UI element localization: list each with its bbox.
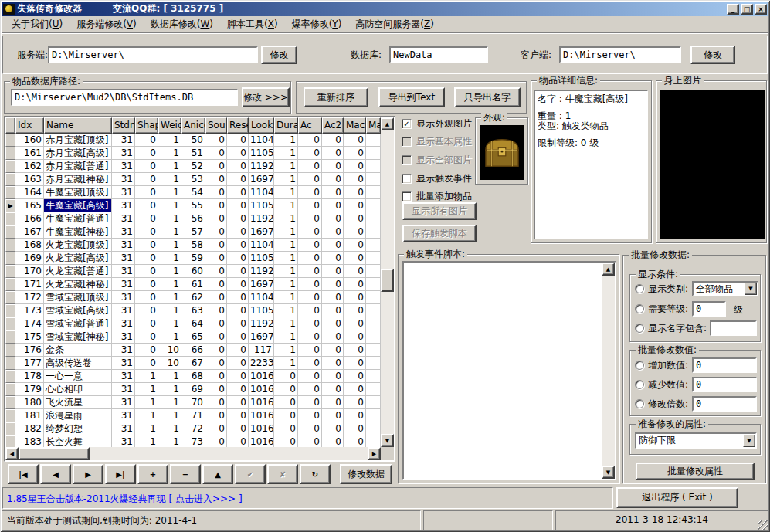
table-row[interactable]: 163赤月宝藏[神秘]3101530016971000 <box>5 173 381 186</box>
sub-value-radio[interactable] <box>635 380 644 389</box>
memo-scroll-down-button[interactable]: ▼ <box>602 466 615 479</box>
data-cell[interactable]: 31 <box>112 304 135 317</box>
data-cell[interactable]: 183 <box>15 435 44 447</box>
data-cell[interactable]: 1 <box>274 278 298 291</box>
data-cell[interactable]: 1104 <box>249 291 274 304</box>
level-input[interactable] <box>692 301 726 317</box>
data-cell[interactable]: 1016 <box>249 409 274 422</box>
save-trigger-script-button[interactable]: 保存触发脚本 <box>402 225 477 242</box>
table-row[interactable]: 169火龙宝藏[高级]3101590011051000 <box>5 252 381 265</box>
data-cell[interactable]: 0 <box>227 422 249 435</box>
data-cell[interactable]: 31 <box>112 396 135 409</box>
data-cell[interactable]: 0 <box>322 435 344 447</box>
data-cell[interactable]: 69 <box>181 383 205 396</box>
data-cell[interactable]: 0 <box>344 134 366 147</box>
data-cell[interactable]: 50 <box>181 134 205 147</box>
server-path-input[interactable] <box>48 46 258 63</box>
table-row[interactable]: 166牛魔宝藏[普通]3101560011921000 <box>5 212 381 225</box>
data-cell[interactable]: 0 <box>344 409 366 422</box>
data-cell[interactable]: 1105 <box>249 252 274 265</box>
data-cell[interactable] <box>366 160 381 173</box>
name-cell[interactable]: 牛魔宝藏[高级] <box>44 199 112 212</box>
data-cell[interactable]: 175 <box>15 330 44 344</box>
data-cell[interactable]: 0 <box>322 199 344 212</box>
row-indicator[interactable] <box>5 409 15 422</box>
title-bar[interactable]: 失落传奇修改器 交流QQ群: [ 3125775 ] _ □ × <box>2 2 768 16</box>
data-cell[interactable]: 0 <box>135 291 158 304</box>
table-row[interactable]: 178一心一意3111680010160000 <box>5 370 381 383</box>
name-cell[interactable]: 雪域宝藏[普通] <box>44 317 112 330</box>
data-cell[interactable]: 0 <box>298 265 322 278</box>
data-cell[interactable]: 164 <box>15 186 44 199</box>
data-cell[interactable]: 1016 <box>249 396 274 409</box>
data-cell[interactable]: 0 <box>135 134 158 147</box>
data-cell[interactable]: 0 <box>344 435 366 447</box>
vertical-scroll-thumb[interactable] <box>381 269 394 292</box>
data-cell[interactable]: 31 <box>112 147 135 160</box>
refresh-button[interactable]: ↻ <box>300 464 331 484</box>
column-header[interactable]: Looks <box>249 117 274 134</box>
data-cell[interactable]: 0 <box>298 409 322 422</box>
data-cell[interactable]: 54 <box>181 186 205 199</box>
data-cell[interactable]: 1 <box>158 435 181 447</box>
data-cell[interactable]: 1105 <box>249 199 274 212</box>
data-cell[interactable]: 1 <box>274 252 298 265</box>
resize-grip[interactable] <box>758 520 768 530</box>
table-row[interactable]: 162赤月宝藏[普通]3101520011921000 <box>5 160 381 173</box>
data-cell[interactable] <box>366 344 381 357</box>
data-cell[interactable]: 1192 <box>249 212 274 225</box>
data-cell[interactable]: 161 <box>15 147 44 160</box>
data-cell[interactable]: 0 <box>227 212 249 225</box>
data-cell[interactable]: 0 <box>135 173 158 186</box>
name-cell[interactable]: 高级传送卷 <box>44 357 112 370</box>
name-cell[interactable]: 金条 <box>44 344 112 357</box>
next-record-button[interactable]: ▶ <box>73 464 103 484</box>
name-cell[interactable]: 火龙宝藏[神秘] <box>44 278 112 291</box>
row-indicator[interactable] <box>5 396 15 409</box>
column-header[interactable]: Sourc <box>205 117 227 134</box>
data-cell[interactable]: 0 <box>205 134 227 147</box>
column-header[interactable]: Shape <box>135 117 158 134</box>
data-cell[interactable]: 1 <box>158 304 181 317</box>
data-cell[interactable]: 0 <box>135 357 158 370</box>
data-cell[interactable]: 65 <box>181 330 205 344</box>
data-cell[interactable]: 31 <box>112 186 135 199</box>
data-cell[interactable]: 0 <box>205 173 227 186</box>
name-cell[interactable]: 长空火舞 <box>44 435 112 447</box>
data-cell[interactable] <box>366 422 381 435</box>
data-cell[interactable]: 1 <box>274 265 298 278</box>
data-cell[interactable]: 31 <box>112 239 135 252</box>
data-cell[interactable]: 60 <box>181 265 205 278</box>
data-cell[interactable]: 1 <box>274 212 298 225</box>
data-cell[interactable]: 0 <box>274 396 298 409</box>
table-row[interactable]: 161赤月宝藏[高级]3101510011051000 <box>5 147 381 160</box>
data-cell[interactable]: 0 <box>298 147 322 160</box>
data-cell[interactable]: 1 <box>158 186 181 199</box>
show-all-images-button[interactable]: 显示所有图片 <box>402 202 477 220</box>
data-cell[interactable]: 0 <box>344 173 366 186</box>
name-cell[interactable]: 雪域宝藏[顶级] <box>44 291 112 304</box>
data-cell[interactable]: 0 <box>298 239 322 252</box>
data-cell[interactable]: 0 <box>227 252 249 265</box>
data-cell[interactable]: 1 <box>158 252 181 265</box>
data-cell[interactable]: 171 <box>15 278 44 291</box>
grid-vertical-scrollbar[interactable]: ▲ ▼ <box>381 117 394 447</box>
data-cell[interactable]: 0 <box>298 317 322 330</box>
data-cell[interactable]: 1 <box>158 370 181 383</box>
data-cell[interactable]: 1192 <box>249 160 274 173</box>
name-cell[interactable]: 一心一意 <box>44 370 112 383</box>
data-cell[interactable]: 0 <box>205 435 227 447</box>
data-cell[interactable]: 1 <box>158 409 181 422</box>
data-cell[interactable]: 0 <box>344 370 366 383</box>
data-cell[interactable]: 31 <box>112 317 135 330</box>
data-cell[interactable]: 31 <box>112 330 135 344</box>
data-cell[interactable]: 0 <box>298 396 322 409</box>
server-modify-button[interactable]: 修改 <box>261 46 297 64</box>
horizontal-scroll-thumb[interactable] <box>19 447 90 460</box>
data-cell[interactable] <box>366 409 381 422</box>
data-cell[interactable]: 160 <box>15 134 44 147</box>
data-cell[interactable]: 0 <box>135 147 158 160</box>
table-row[interactable]: 167牛魔宝藏[神秘]3101570016971000 <box>5 225 381 239</box>
memo-scroll-up-button[interactable]: ▲ <box>602 263 615 276</box>
data-cell[interactable]: 1016 <box>249 422 274 435</box>
